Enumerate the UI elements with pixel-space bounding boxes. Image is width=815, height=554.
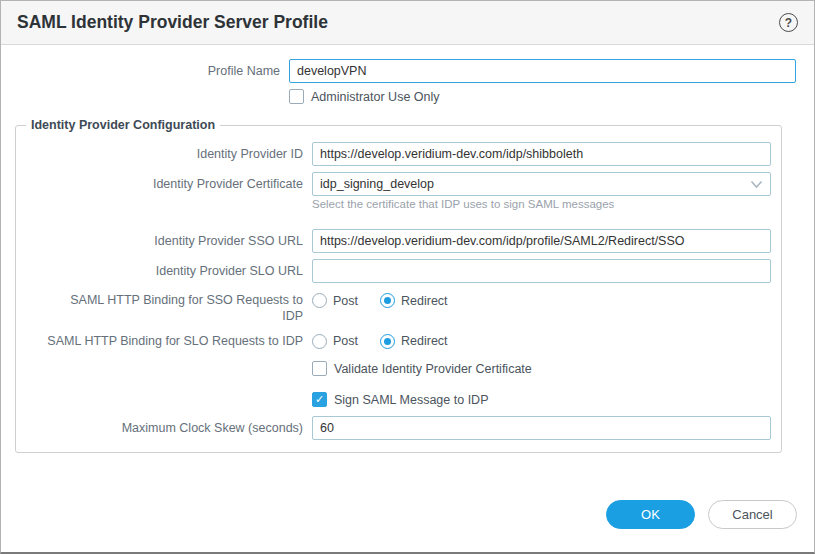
sso-binding-option-redirect[interactable]: Redirect — [380, 293, 448, 308]
radio-icon[interactable] — [380, 293, 395, 308]
idp-certificate-select[interactable]: idp_signing_develop — [312, 172, 771, 196]
slo-binding-radio-group: Post Redirect — [312, 334, 771, 349]
admin-use-only-checkbox[interactable] — [289, 89, 304, 104]
sso-binding-row: SAML HTTP Binding for SSO Requests to ID… — [16, 292, 771, 324]
idp-id-row: Identity Provider ID — [16, 142, 771, 166]
sso-url-input[interactable] — [312, 229, 771, 253]
slo-url-input[interactable] — [312, 259, 771, 283]
admin-use-only-label: Administrator Use Only — [311, 90, 440, 104]
sso-binding-radio-group: Post Redirect — [312, 293, 771, 308]
validate-cert-checkbox-item[interactable]: Validate Identity Provider Certificate — [312, 361, 532, 376]
admin-use-only-row: Administrator Use Only — [1, 89, 796, 108]
clock-skew-row: Maximum Clock Skew (seconds) — [16, 416, 771, 440]
admin-use-only-checkbox-item[interactable]: Administrator Use Only — [289, 89, 440, 104]
idp-id-label: Identity Provider ID — [16, 146, 312, 162]
validate-cert-label: Validate Identity Provider Certificate — [334, 362, 532, 376]
clock-skew-input[interactable] — [312, 416, 771, 440]
radio-icon[interactable] — [312, 293, 327, 308]
dialog-title: SAML Identity Provider Server Profile — [17, 12, 779, 33]
dialog-titlebar: SAML Identity Provider Server Profile ? — [1, 1, 814, 45]
slo-binding-option-post[interactable]: Post — [312, 334, 358, 349]
profile-name-row: Profile Name — [1, 59, 796, 83]
sso-url-label: Identity Provider SSO URL — [16, 233, 312, 249]
radio-icon[interactable] — [380, 334, 395, 349]
radio-icon[interactable] — [312, 334, 327, 349]
slo-binding-row: SAML HTTP Binding for SLO Requests to ID… — [16, 333, 771, 349]
sign-message-row: Sign SAML Message to IDP — [16, 389, 771, 407]
cancel-button[interactable]: Cancel — [708, 500, 797, 529]
ok-button[interactable]: OK — [606, 500, 695, 529]
idp-certificate-row: Identity Provider Certificate idp_signin… — [16, 172, 771, 196]
dialog-footer: OK Cancel — [606, 500, 797, 529]
sign-message-label: Sign SAML Message to IDP — [334, 393, 488, 407]
profile-form: Profile Name Administrator Use Only Iden… — [1, 45, 814, 453]
profile-name-input[interactable] — [289, 59, 796, 83]
sso-binding-label: SAML HTTP Binding for SSO Requests to ID… — [16, 292, 312, 324]
sso-binding-option-post[interactable]: Post — [312, 293, 358, 308]
idp-certificate-label: Identity Provider Certificate — [16, 176, 312, 192]
idp-id-input[interactable] — [312, 142, 771, 166]
chevron-down-icon — [750, 180, 763, 189]
idp-configuration-legend: Identity Provider Configuration — [26, 118, 220, 132]
validate-cert-row: Validate Identity Provider Certificate — [16, 361, 771, 380]
saml-idp-server-profile-dialog: SAML Identity Provider Server Profile ? … — [0, 0, 815, 554]
idp-certificate-hint-row: Select the certificate that IDP uses to … — [16, 197, 771, 211]
clock-skew-label: Maximum Clock Skew (seconds) — [16, 420, 312, 436]
validate-cert-checkbox[interactable] — [312, 361, 327, 376]
slo-binding-option-redirect[interactable]: Redirect — [380, 334, 448, 349]
sign-message-checkbox-item[interactable]: Sign SAML Message to IDP — [312, 392, 488, 407]
sign-message-checkbox[interactable] — [312, 392, 327, 407]
sso-url-row: Identity Provider SSO URL — [16, 229, 771, 253]
profile-name-label: Profile Name — [1, 63, 289, 79]
slo-url-label: Identity Provider SLO URL — [16, 263, 312, 279]
slo-binding-label: SAML HTTP Binding for SLO Requests to ID… — [16, 333, 312, 349]
idp-configuration-group: Identity Provider Configuration Identity… — [15, 118, 782, 453]
idp-certificate-value: idp_signing_develop — [320, 177, 750, 191]
idp-certificate-hint: Select the certificate that IDP uses to … — [312, 197, 771, 211]
help-icon[interactable]: ? — [779, 13, 798, 32]
slo-url-row: Identity Provider SLO URL — [16, 259, 771, 283]
